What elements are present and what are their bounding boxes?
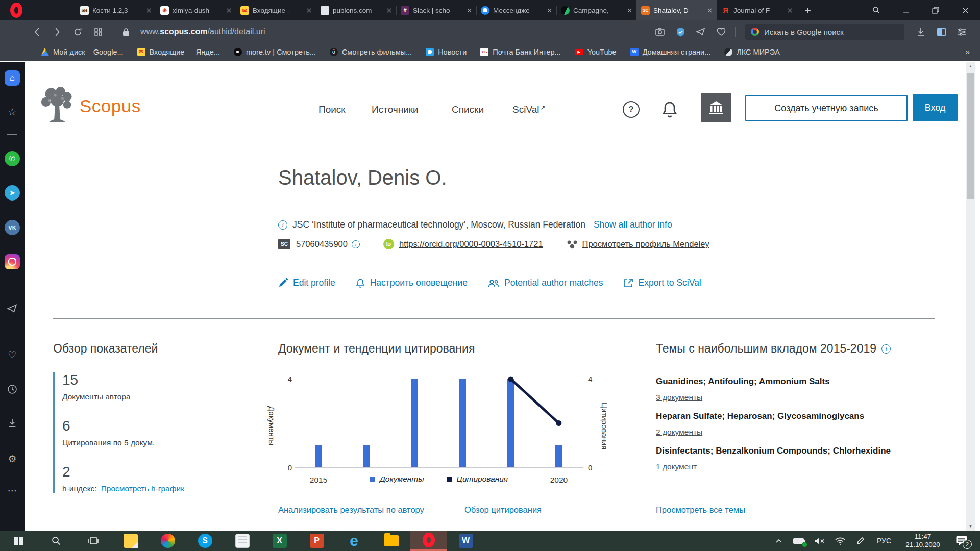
- tab-ximiya[interactable]: ✳ ximiya-dush: [156, 0, 236, 20]
- tab-kosti[interactable]: SH Кости 1,2,3: [76, 0, 156, 20]
- tab-messenger[interactable]: Мессендже: [476, 0, 556, 20]
- sidebar-item-speed-dial[interactable]: ⌂: [0, 69, 24, 87]
- sidebar-item-downloads[interactable]: [0, 414, 24, 432]
- nav-lists[interactable]: Списки: [452, 104, 484, 115]
- bookmark-yandex-mail[interactable]: ✉Входящие — Янде...: [137, 48, 220, 56]
- tab-publons[interactable]: publons.com: [316, 0, 396, 20]
- sidebar-item-whatsapp[interactable]: ✆: [0, 149, 24, 168]
- sidebar-item-history[interactable]: [0, 380, 24, 398]
- view-all-topics-link[interactable]: Просмотреть все темы: [656, 505, 745, 515]
- tray-volume-muted[interactable]: [810, 531, 830, 551]
- mendeley-profile-link[interactable]: Просмотреть профиль Mendeley: [582, 239, 709, 249]
- taskbar-app-edge[interactable]: e: [335, 531, 373, 551]
- speed-dial-grid-icon[interactable]: [88, 22, 108, 41]
- reload-button[interactable]: [67, 22, 88, 41]
- set-alert-link[interactable]: Настроить оповещение: [356, 278, 468, 288]
- my-flow-send-icon[interactable]: [691, 22, 711, 41]
- tray-wifi[interactable]: [830, 531, 850, 551]
- vpn-shield-icon[interactable]: [670, 22, 691, 41]
- close-window-button[interactable]: [950, 0, 980, 20]
- taskbar-app-sticky-notes[interactable]: [112, 531, 149, 551]
- scopus-wordmark[interactable]: Scopus: [80, 96, 141, 116]
- sidebar-item-more[interactable]: ⋯: [0, 481, 24, 499]
- bookmark-okko[interactable]: öСмотреть фильмы...: [330, 48, 412, 56]
- scroll-up-arrow[interactable]: ▲: [966, 62, 975, 70]
- tab-slack[interactable]: # Slack | scho: [396, 0, 476, 20]
- edit-profile-link[interactable]: Edit profile: [278, 278, 335, 288]
- sidebar-item-vk[interactable]: VK: [0, 218, 24, 237]
- taskbar-app-documents[interactable]: [224, 531, 261, 551]
- potential-author-matches-link[interactable]: Potential author matches: [488, 278, 603, 288]
- url-display[interactable]: www.scopus.com/authid/detail.uri: [140, 27, 265, 36]
- tab-journal[interactable]: Я Journal of F: [717, 0, 797, 20]
- institution-access-button[interactable]: [701, 93, 731, 122]
- minimize-button[interactable]: [891, 0, 921, 20]
- tab-shatalov-active[interactable]: SC Shatalov, D: [636, 0, 717, 20]
- taskbar-app-file-explorer[interactable]: [373, 531, 410, 551]
- sign-in-button[interactable]: Вход: [913, 94, 958, 121]
- view-h-graph-link[interactable]: Просмотреть h-график: [101, 484, 184, 493]
- downloads-icon[interactable]: [911, 22, 931, 41]
- topic-documents-link[interactable]: 3 документы: [656, 393, 702, 402]
- tray-show-hidden-icons[interactable]: [769, 531, 789, 551]
- taskbar-app-word[interactable]: W: [447, 531, 484, 551]
- tab-close-icon[interactable]: [146, 8, 151, 13]
- snapshot-camera-icon[interactable]: [650, 22, 670, 41]
- tab-close-icon[interactable]: [227, 8, 231, 13]
- help-button[interactable]: ?: [623, 101, 640, 118]
- info-icon[interactable]: i: [352, 240, 360, 248]
- back-button[interactable]: [27, 22, 47, 41]
- sidebar-item-bookmarks[interactable]: ☆: [0, 103, 24, 121]
- taskbar-app-skype[interactable]: S: [186, 531, 224, 551]
- tab-close-icon[interactable]: [627, 8, 632, 13]
- bookmark-home-page[interactable]: WДомашняя страни...: [630, 48, 711, 56]
- sidebar-item-my-flow[interactable]: [0, 299, 24, 318]
- opera-menu-button[interactable]: [0, 0, 33, 20]
- new-tab-button[interactable]: [797, 0, 818, 20]
- scrollbar-thumb[interactable]: [967, 73, 974, 199]
- bookmark-news[interactable]: Новости: [426, 48, 467, 56]
- export-to-scival-link[interactable]: Export to SciVal: [624, 278, 701, 288]
- forward-button[interactable]: [47, 22, 67, 41]
- nav-scival[interactable]: SciVal↗: [512, 104, 546, 115]
- tab-close-icon[interactable]: [788, 8, 792, 13]
- tab-close-icon[interactable]: [307, 8, 311, 13]
- sidebar-panel-toggle-icon[interactable]: [931, 22, 951, 41]
- sidebar-item-settings[interactable]: ⚙: [0, 449, 24, 468]
- page-scrollbar[interactable]: ▲ ▼: [966, 62, 975, 531]
- taskbar-app-opera-active[interactable]: [410, 531, 447, 551]
- tab-search-icon[interactable]: [862, 0, 891, 20]
- analyze-author-output-link[interactable]: Анализировать результаты по автору: [278, 505, 424, 515]
- bookmark-google-drive[interactable]: Мой диск – Google...: [41, 48, 124, 56]
- tab-close-icon[interactable]: [467, 8, 472, 13]
- tray-clock[interactable]: 11:4721.10.2020: [897, 531, 948, 551]
- create-account-button[interactable]: Создать учетную запись: [745, 95, 908, 121]
- tab-inbox[interactable]: ✉ Входящие -: [236, 0, 316, 20]
- orcid-link[interactable]: https://orcid.org/0000-0003-4510-1721: [399, 239, 543, 249]
- lock-icon[interactable]: [116, 22, 136, 41]
- show-all-author-info-link[interactable]: Show all author info: [594, 219, 672, 230]
- nav-sources[interactable]: Источники: [372, 104, 419, 115]
- taskbar-search-button[interactable]: [37, 531, 75, 551]
- bookmark-youtube[interactable]: ▶YouTube: [575, 48, 617, 56]
- taskbar-app-excel[interactable]: X: [261, 531, 298, 551]
- bookmark-heart-icon[interactable]: [711, 22, 731, 41]
- bookmark-lks-mirea[interactable]: ЛКС МИРЭА: [724, 48, 780, 56]
- nav-search[interactable]: Поиск: [318, 104, 346, 115]
- easy-setup-tune-icon[interactable]: [951, 22, 972, 41]
- start-button[interactable]: [0, 531, 37, 551]
- bookmarks-overflow-chevron[interactable]: »: [965, 47, 970, 57]
- bookmark-more-tv[interactable]: more.tv | Смотреть...: [234, 48, 316, 56]
- tab-close-icon[interactable]: [707, 8, 712, 13]
- bookmark-pochta-bank[interactable]: ПБПочта Банк Интер...: [480, 48, 560, 56]
- taskbar-app-screen-sketch[interactable]: [149, 531, 186, 551]
- info-icon[interactable]: i: [881, 344, 891, 354]
- sidebar-item-telegram[interactable]: ➤: [0, 184, 24, 202]
- tray-pen[interactable]: [850, 531, 871, 551]
- sidebar-item-favorites[interactable]: ♡: [0, 345, 24, 364]
- restore-button[interactable]: [921, 0, 950, 20]
- citation-overview-link[interactable]: Обзор цитирования: [464, 505, 542, 515]
- scroll-down-arrow[interactable]: ▼: [966, 522, 975, 531]
- action-center-button[interactable]: 2: [948, 531, 975, 551]
- task-view-button[interactable]: [75, 531, 112, 551]
